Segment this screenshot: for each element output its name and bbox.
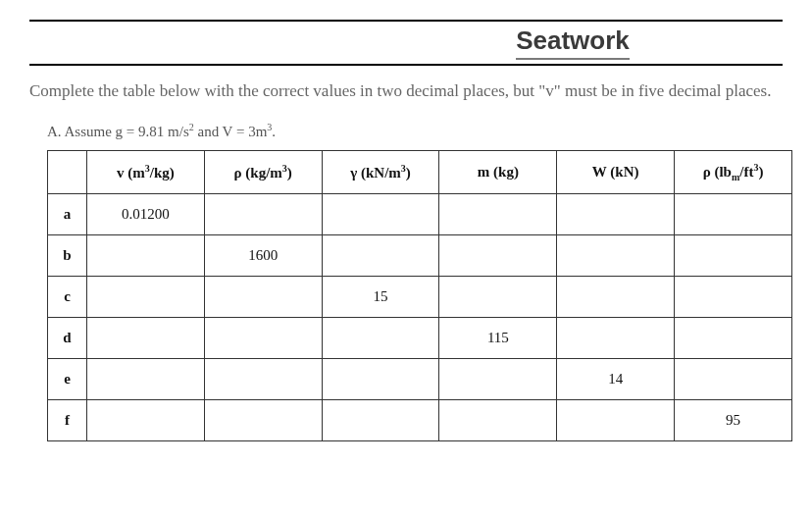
h-g-a: γ (kN/m bbox=[350, 165, 401, 181]
cell-m bbox=[439, 276, 557, 317]
h-ri-c: ) bbox=[758, 164, 763, 180]
cell-rhoi bbox=[675, 234, 792, 276]
cell-rho bbox=[204, 317, 322, 358]
title-rule: Seatwork bbox=[29, 20, 783, 66]
h-r-b: ) bbox=[287, 165, 292, 181]
h-ri-b: /ft bbox=[739, 164, 753, 180]
cell-m bbox=[439, 193, 557, 234]
row-label: b bbox=[48, 234, 87, 276]
cell-W bbox=[557, 317, 675, 358]
row-label: a bbox=[48, 193, 87, 234]
cell-m bbox=[439, 399, 557, 440]
row-label: c bbox=[48, 276, 87, 317]
assume-prefix: A. Assume g = 9.81 m/s bbox=[47, 124, 189, 139]
header-rhoi: ρ (lbm/ft3) bbox=[675, 150, 792, 193]
row-label: f bbox=[48, 399, 87, 440]
header-rho: ρ (kg/m3) bbox=[204, 150, 322, 193]
cell-W: 14 bbox=[557, 358, 675, 399]
cell-m bbox=[439, 234, 557, 276]
cell-gamma: 15 bbox=[322, 276, 439, 317]
header-blank bbox=[48, 150, 87, 193]
header-v: v (m3/kg) bbox=[86, 150, 204, 193]
assume-suffix: . bbox=[272, 124, 276, 139]
cell-m: 115 bbox=[439, 317, 557, 358]
cell-rho bbox=[204, 358, 322, 399]
cell-m bbox=[439, 358, 557, 399]
table-row: c 15 bbox=[48, 276, 792, 317]
table-row: d 115 bbox=[48, 317, 792, 358]
row-label: d bbox=[48, 317, 87, 358]
cell-rho bbox=[204, 399, 322, 440]
row-label: e bbox=[48, 358, 87, 399]
page-title: Seatwork bbox=[516, 26, 630, 60]
table-row: b 1600 bbox=[48, 234, 792, 276]
cell-rhoi bbox=[675, 358, 792, 399]
header-m: m (kg) bbox=[439, 150, 557, 193]
h-r-a: ρ (kg/m bbox=[234, 165, 282, 181]
cell-gamma bbox=[322, 193, 439, 234]
cell-rho bbox=[204, 193, 322, 234]
cell-W bbox=[557, 399, 675, 440]
assumption-line: A. Assume g = 9.81 m/s2 and V = 3m3. bbox=[47, 122, 783, 140]
cell-v bbox=[86, 276, 204, 317]
cell-rhoi bbox=[675, 276, 792, 317]
assume-mid: and V = 3m bbox=[194, 124, 268, 139]
cell-v: 0.01200 bbox=[86, 193, 204, 234]
data-table: v (m3/kg) ρ (kg/m3) γ (kN/m3) m (kg) W (… bbox=[47, 150, 792, 441]
cell-rho bbox=[204, 276, 322, 317]
cell-v bbox=[86, 399, 204, 440]
table-row: a 0.01200 bbox=[48, 193, 792, 234]
table-row: f 95 bbox=[48, 399, 792, 440]
header-row: v (m3/kg) ρ (kg/m3) γ (kN/m3) m (kg) W (… bbox=[48, 150, 792, 193]
cell-W bbox=[557, 193, 675, 234]
header-gamma: γ (kN/m3) bbox=[322, 150, 439, 193]
table-body: a 0.01200 b 1600 c 15 d bbox=[48, 193, 792, 440]
cell-rhoi bbox=[675, 193, 792, 234]
cell-rhoi bbox=[675, 317, 792, 358]
cell-v bbox=[86, 358, 204, 399]
cell-rhoi: 95 bbox=[675, 399, 792, 440]
cell-rho: 1600 bbox=[204, 234, 322, 276]
cell-gamma bbox=[322, 358, 439, 399]
cell-v bbox=[86, 234, 204, 276]
table-row: e 14 bbox=[48, 358, 792, 399]
cell-W bbox=[557, 234, 675, 276]
cell-v bbox=[86, 317, 204, 358]
instructions-text: Complete the table below with the correc… bbox=[29, 79, 783, 104]
h-ri-a: ρ (lb bbox=[703, 164, 732, 180]
cell-gamma bbox=[322, 399, 439, 440]
header-W: W (kN) bbox=[557, 150, 675, 193]
h-v-b: /kg) bbox=[150, 165, 175, 181]
cell-W bbox=[557, 276, 675, 317]
cell-gamma bbox=[322, 317, 439, 358]
cell-gamma bbox=[322, 234, 439, 276]
h-g-b: ) bbox=[406, 165, 411, 181]
h-v-a: v (m bbox=[117, 165, 145, 181]
